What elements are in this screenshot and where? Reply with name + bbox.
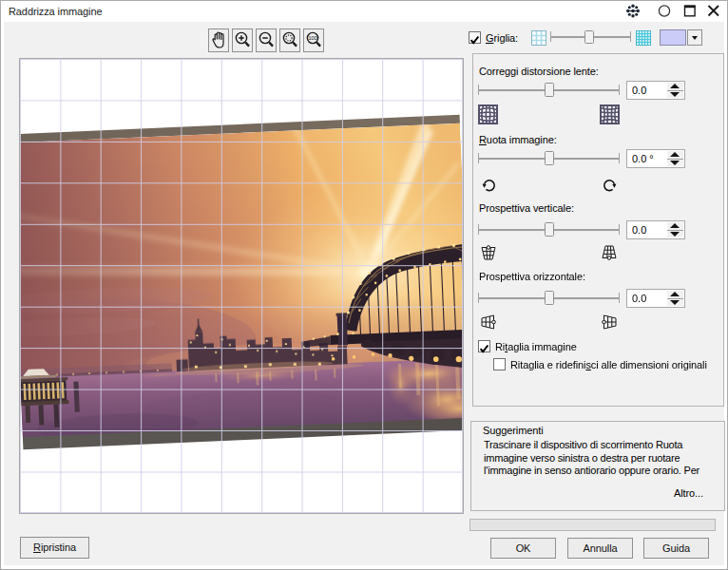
svg-text:100: 100 xyxy=(308,35,316,41)
